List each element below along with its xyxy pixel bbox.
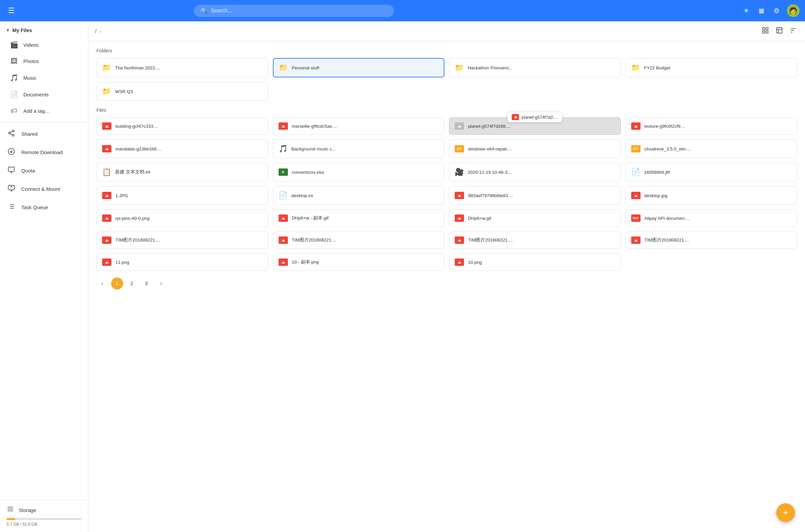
folder-icon-wrap: 📁 xyxy=(631,63,640,72)
fab-button[interactable]: + xyxy=(776,503,795,522)
file-name: rpi-pins-40-0.png xyxy=(115,216,263,221)
file-icon-wrap: ⛰ xyxy=(455,236,464,244)
file-card[interactable]: PDF Alipay API documen.... xyxy=(625,209,797,227)
folder-icon-wrap: 📁 xyxy=(102,63,111,72)
svg-point-1 xyxy=(9,132,11,134)
file-name: Background music c... xyxy=(292,147,439,151)
image-icon: ⛰ xyxy=(631,236,640,244)
file-card[interactable]: ⛰ marseille-gf9cdc5ae.... xyxy=(273,117,445,135)
file-card[interactable]: 📄 16058869.jfif xyxy=(625,163,797,182)
sidebar-storage: Storage 5.7 GB / 51.0 GB xyxy=(0,500,88,532)
file-card[interactable]: 🎵 Background music c... xyxy=(273,139,445,158)
sidebar-item-documents[interactable]: 📄 Documents xyxy=(0,86,88,103)
my-files-label: My Files xyxy=(12,27,32,33)
file-card[interactable]: ⛰ 10.png xyxy=(449,253,621,271)
folder-name: WSR Q3 xyxy=(115,89,263,94)
pagination-page[interactable]: 3 xyxy=(141,278,152,289)
sidebar-item-label: Shared xyxy=(21,131,37,137)
file-name: TIM图片201808221.... xyxy=(292,237,439,243)
sidebar-item-shared[interactable]: Shared xyxy=(0,125,88,143)
file-card[interactable]: ⛰ TIM图片201808221.... xyxy=(273,231,445,249)
file-card[interactable]: ⛰ 983aef79796bfde83.... xyxy=(449,186,621,205)
file-card[interactable]: ⛰ DHp6+w - 副本.gif xyxy=(273,209,445,227)
pagination-next[interactable]: › xyxy=(155,278,167,289)
file-card[interactable]: ⛰ DHp6+w.gif xyxy=(449,209,621,227)
file-name: 10 - 副本.png xyxy=(292,259,439,265)
file-card[interactable]: 🎥 2020-12-19 10-46-3.... xyxy=(449,163,621,182)
sidebar-item-videos[interactable]: 🎬 Videos xyxy=(0,36,88,53)
svg-rect-23 xyxy=(766,28,768,30)
file-icon-wrap: 📋 xyxy=(102,168,111,176)
file-icon-wrap: X xyxy=(279,168,288,176)
tag-icon: 🏷 xyxy=(10,107,18,115)
file-name: DHp6+w - 副本.gif xyxy=(292,215,439,221)
pagination-page[interactable]: 2 xyxy=(126,278,138,289)
pagination-prev[interactable]: ‹ xyxy=(96,278,108,289)
brightness-icon[interactable]: ☀ xyxy=(741,5,751,17)
my-files-header[interactable]: ▾ My Files xyxy=(0,21,88,36)
breadcrumb-root[interactable]: / xyxy=(95,28,96,34)
sidebar-item-connect-mount[interactable]: Connect & Mount xyxy=(0,180,88,198)
file-card[interactable]: ⛰ texture-g9fc6f2cf9.... xyxy=(625,117,797,135)
file-icon-wrap: ⛰ xyxy=(102,192,111,199)
settings-icon[interactable]: ⚙ xyxy=(772,5,782,17)
folder-card[interactable]: 📁 Personal stuff xyxy=(273,58,445,77)
file-card[interactable]: 📄 desktop.ini xyxy=(273,186,445,205)
sidebar-item-photos[interactable]: 🖼 Photos xyxy=(0,53,88,69)
grid-view-icon[interactable]: ▦ xyxy=(756,5,766,16)
sidebar-item-music[interactable]: 🎵 Music xyxy=(0,69,88,86)
file-card[interactable]: ⛰ TIM图片201808221.... xyxy=(449,231,621,249)
task-queue-icon xyxy=(7,203,16,212)
file-name: Alipay API documen.... xyxy=(644,216,792,221)
sidebar-item-add-tag[interactable]: 🏷 Add a tag... xyxy=(0,103,88,119)
file-name: 10.png xyxy=(468,260,615,265)
folder-icon: 📁 xyxy=(455,63,464,72)
file-name: TIM图片201808221.... xyxy=(644,237,792,243)
svg-rect-25 xyxy=(766,31,768,33)
image-icon: ⛰ xyxy=(102,145,111,152)
file-card[interactable]: ⛰ TIM图片201808221.... xyxy=(625,231,797,249)
folder-card[interactable]: 📁 The.Northman.2022.... xyxy=(96,58,268,77)
file-card[interactable]: ZIP cloudreve_3.5.0_win.... xyxy=(625,139,797,158)
file-icon-wrap: ⛰ xyxy=(631,236,640,244)
file-name: 2020-12-19 10-46-3.... xyxy=(468,170,615,175)
file-name: marseille-gf9cdc5ae.... xyxy=(292,124,439,129)
avatar[interactable]: 🧑 xyxy=(787,4,800,17)
content-area: / › Folders 📁 The.Northman.2022.... 📁 Pe… xyxy=(88,21,805,532)
svg-rect-24 xyxy=(763,31,765,33)
pagination-page[interactable]: 1 xyxy=(111,278,123,289)
file-card[interactable]: ⛰ 1.JPG xyxy=(96,186,268,205)
avatar-icon: 🧑 xyxy=(787,4,800,17)
file-card[interactable]: ⛰ building-gcf47c333.... xyxy=(96,117,268,135)
file-card[interactable]: ⛰ planet-g574f7d2.... ⛰ planet-g574f7d28… xyxy=(449,117,621,135)
pagination: ‹123› xyxy=(96,278,797,289)
folder-card[interactable]: 📁 FY22 Budget xyxy=(625,58,797,77)
sidebar-item-quota[interactable]: Quota xyxy=(0,162,88,180)
menu-icon[interactable]: ☰ xyxy=(5,4,17,18)
folders-section-label: Folders xyxy=(96,48,797,53)
file-name: cloudreve_3.5.0_win.... xyxy=(644,147,792,151)
file-card[interactable]: ⛰ rpi-pins-40-0.png xyxy=(96,209,268,227)
file-card[interactable]: ⛰ TIM图片201808221.... xyxy=(96,231,268,249)
preview-icon[interactable] xyxy=(774,25,784,37)
sort-icon[interactable] xyxy=(788,25,798,37)
grid-view-toggle[interactable] xyxy=(760,25,770,37)
folder-card[interactable]: 📁 Hackathon Prensent... xyxy=(449,58,621,77)
file-card[interactable]: X convertscsv.xlsx xyxy=(273,163,445,182)
file-card[interactable]: ⛰ 10 - 副本.png xyxy=(273,253,445,271)
sidebar-item-remote-download[interactable]: Remote Download xyxy=(0,143,88,162)
breadcrumb-bar: / › xyxy=(88,21,805,41)
search-input[interactable] xyxy=(211,8,387,14)
sidebar-item-task-queue[interactable]: Task Queue xyxy=(0,198,88,216)
search-bar[interactable]: 🔍 xyxy=(194,5,394,17)
file-card[interactable]: ⛰ desktop.jpg xyxy=(625,186,797,205)
file-card[interactable]: 📋 新建 文本文档.txt xyxy=(96,163,268,182)
image-icon: ⛰ xyxy=(102,236,111,244)
file-card[interactable]: ⛰ mandalas-g236e1b8.... xyxy=(96,139,268,158)
breadcrumb-arrow[interactable]: › xyxy=(99,28,101,34)
file-icon-wrap: PDF xyxy=(631,214,640,222)
file-card[interactable]: ⛰ 11.png xyxy=(96,253,268,271)
folder-card[interactable]: 📁 WSR Q3 xyxy=(96,82,268,101)
folder-name: The.Northman.2022.... xyxy=(115,65,263,70)
file-card[interactable]: ZIP windows-x64-repair.... xyxy=(449,139,621,158)
